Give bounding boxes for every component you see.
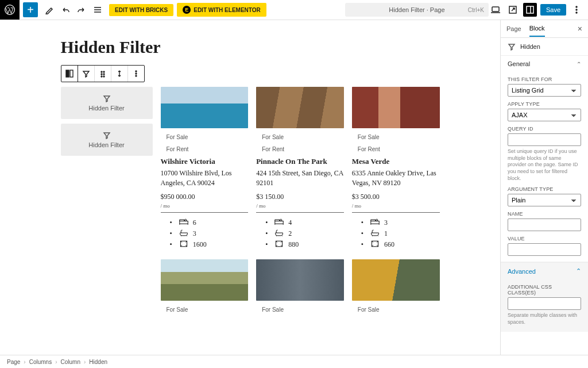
area-value: 880 [288,240,299,249]
bed-count: 4 [288,218,292,227]
wordpress-icon [4,4,16,16]
save-button[interactable]: Save [540,4,566,16]
panel-advanced-header[interactable]: Advanced ⌃ [501,262,588,279]
breadcrumb-item[interactable]: Columns [29,359,52,365]
move-vertical-icon [115,70,123,78]
query-id-help: Set unique query ID if you use multiple … [508,148,581,182]
editor-canvas[interactable]: Hidden Filter Hidden Filter [0,20,500,355]
close-sidebar-button[interactable]: × [578,24,582,33]
listing-card[interactable]: For SaleFor RentPinnacle On The Park424 … [256,87,344,251]
css-classes-help: Separate multiple classes with spaces. [508,312,581,325]
svg-rect-7 [66,70,69,77]
tab-page[interactable]: Page [506,21,521,36]
external-link-icon [508,5,517,14]
chevron-up-icon: ⌃ [576,267,581,275]
listing-price: $3 150.00/ mo [256,193,344,213]
settings-sidebar-toggle[interactable] [523,3,537,17]
undo-button[interactable] [58,2,73,17]
value-input[interactable] [508,243,581,256]
listing-image [352,87,440,128]
redo-icon [77,5,86,14]
hidden-filter-label: Hidden Filter [88,141,124,148]
listing-card[interactable]: For SaleFor RentMesa Verde6335 Annie Oak… [352,87,440,251]
view-page-button[interactable] [506,3,520,17]
apply-type-label: APPLY TYPE [508,101,581,107]
undo-icon [61,5,70,14]
bath-icon [370,229,380,239]
filter-button[interactable] [78,66,95,82]
panel-advanced-title: Advanced [508,268,536,275]
column-icon [65,70,74,78]
listing-image [161,259,249,301]
bed-count: 6 [193,218,196,227]
wordpress-logo[interactable] [0,0,20,20]
svg-rect-18 [180,221,188,224]
redo-button[interactable] [74,2,89,17]
bed-icon [370,218,380,228]
device-preview-button[interactable] [489,3,502,17]
block-options-button[interactable] [128,66,144,82]
drag-icon [99,70,107,78]
css-classes-input[interactable] [508,297,581,310]
svg-point-11 [101,74,102,75]
hidden-filter-block[interactable]: Hidden Filter [61,87,153,119]
area-icon [370,240,380,250]
area-icon [274,240,284,250]
breadcrumb-item[interactable]: Hidden [89,359,107,365]
add-block-button[interactable]: + [23,2,38,17]
listing-card[interactable]: For Sale [256,259,344,313]
listing-image [256,87,344,128]
panel-general-header[interactable]: General ⌃ [501,56,588,72]
svg-rect-22 [371,221,379,224]
drag-handle[interactable] [95,66,111,82]
move-button[interactable] [111,66,128,82]
argument-type-select[interactable]: Plain [508,194,581,206]
document-title: Hidden Filter · Page [389,6,444,13]
breadcrumb-item[interactable]: Column [61,359,80,365]
listing-tag: For Sale [167,134,249,140]
filter-for-select[interactable]: Listing Grid [508,84,581,97]
listing-features: 3 1 660 [352,218,440,250]
listing-address: 424 15th Street, San Diego, CA 92101 [256,168,344,188]
breadcrumb-item[interactable]: Page [7,359,20,365]
more-vertical-icon [572,5,581,14]
block-type-button[interactable] [61,66,78,82]
filter-icon [103,94,111,102]
listing-price: $950 000.00/ mo [161,193,249,213]
svg-point-9 [101,71,102,72]
list-icon [93,5,102,14]
svg-point-12 [103,74,105,75]
listing-features: 6 3 1600 [161,218,249,250]
listing-image [352,259,440,301]
bath-icon [274,229,284,239]
bed-icon [274,218,284,228]
apply-type-select[interactable]: AJAX [508,109,581,121]
document-title-bar[interactable]: Hidden Filter · Page Ctrl+K [345,3,489,17]
elementor-icon: E [183,6,191,14]
hidden-filter-block[interactable]: Hidden Filter [61,124,153,156]
query-id-input[interactable] [508,133,581,146]
filter-for-label: THIS FILTER FOR [508,76,581,82]
listing-grid: For SaleFor RentWilshire Victoria10700 W… [161,87,440,313]
query-id-label: QUERY ID [508,126,581,132]
css-classes-label: ADDITIONAL CSS CLASS(ES) [508,284,581,296]
name-input[interactable] [508,218,581,231]
svg-point-4 [576,6,577,7]
listing-card[interactable]: For Sale [161,259,249,313]
listing-card[interactable]: For SaleFor RentWilshire Victoria10700 W… [161,87,249,251]
list-view-button[interactable] [90,2,105,17]
listing-tag: For Sale [262,134,344,140]
edit-with-elementor-button[interactable]: EEDIT WITH ELEMENTOR [177,3,266,17]
tab-block[interactable]: Block [529,21,545,37]
edit-mode-button[interactable] [42,2,57,17]
bath-count: 1 [384,229,388,238]
options-menu-button[interactable] [570,3,583,17]
svg-rect-20 [275,221,283,224]
block-name: Hidden [520,43,540,50]
listing-card[interactable]: For Sale [352,259,440,313]
edit-elementor-label: EDIT WITH ELEMENTOR [194,7,260,13]
edit-with-bricks-button[interactable]: EDIT WITH BRICKS [109,4,173,16]
hidden-filter-label: Hidden Filter [88,105,124,112]
more-vertical-icon [132,70,140,78]
page-title: Hidden Filter [61,37,440,57]
